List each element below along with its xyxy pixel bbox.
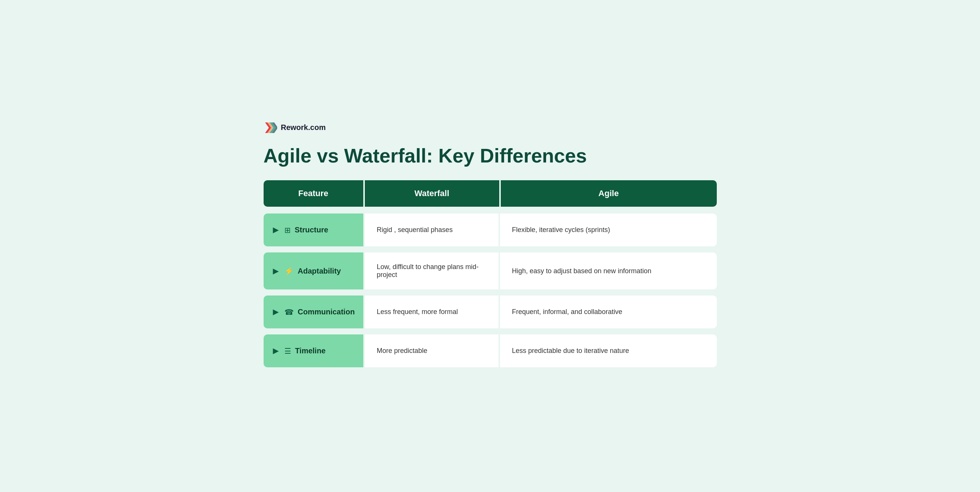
header-feature: Feature bbox=[264, 180, 363, 207]
feature-icon: ⚡ bbox=[284, 267, 294, 275]
feature-label: Timeline bbox=[295, 347, 326, 355]
table-row: ► ☰ Timeline More predictableLess predic… bbox=[264, 334, 717, 367]
row-spacer bbox=[264, 328, 717, 334]
feature-icon: ☰ bbox=[284, 347, 291, 356]
waterfall-cell: More predictable bbox=[363, 334, 499, 367]
arrow-icon: ► bbox=[271, 306, 281, 318]
agile-cell: Frequent, informal, and collaborative bbox=[499, 296, 717, 328]
feature-cell-inner: ► ☰ Timeline bbox=[271, 345, 356, 357]
feature-icon: ☎ bbox=[284, 308, 294, 317]
table-row: ► ☎ Communication Less frequent, more fo… bbox=[264, 296, 717, 328]
feature-label: Communication bbox=[298, 308, 355, 316]
arrow-icon: ► bbox=[271, 345, 281, 357]
agile-cell: Less predictable due to iterative nature bbox=[499, 334, 717, 367]
waterfall-cell: Low, difficult to change plans mid-proje… bbox=[363, 252, 499, 289]
logo-area: Rework.com bbox=[264, 121, 717, 134]
arrow-icon: ► bbox=[271, 265, 281, 277]
header-spacer bbox=[264, 207, 717, 214]
row-spacer bbox=[264, 289, 717, 296]
feature-cell-inner: ► ⊞ Structure bbox=[271, 224, 356, 236]
waterfall-cell: Rigid , sequential phases bbox=[363, 214, 499, 246]
row-spacer bbox=[264, 246, 717, 252]
feature-cell-inner: ► ⚡ Adaptability bbox=[271, 265, 356, 277]
feature-icon: ⊞ bbox=[284, 225, 291, 235]
waterfall-cell: Less frequent, more formal bbox=[363, 296, 499, 328]
agile-cell: High, easy to adjust based on new inform… bbox=[499, 252, 717, 289]
logo-icon bbox=[264, 121, 277, 134]
feature-label: Structure bbox=[294, 225, 328, 234]
header-agile: Agile bbox=[499, 180, 717, 207]
header-waterfall: Waterfall bbox=[363, 180, 499, 207]
comparison-table: Feature Waterfall Agile ► ⊞ Structure Ri… bbox=[264, 180, 717, 367]
feature-cell-inner: ► ☎ Communication bbox=[271, 306, 356, 318]
main-card: Rework.com Agile vs Waterfall: Key Diffe… bbox=[245, 106, 736, 386]
table-row: ► ⊞ Structure Rigid , sequential phasesF… bbox=[264, 214, 717, 246]
arrow-icon: ► bbox=[271, 224, 281, 236]
logo-text: Rework.com bbox=[281, 123, 326, 132]
page-title: Agile vs Waterfall: Key Differences bbox=[264, 145, 717, 167]
table-row: ► ⚡ Adaptability Low, difficult to chang… bbox=[264, 252, 717, 289]
feature-label: Adaptability bbox=[298, 267, 340, 275]
agile-cell: Flexible, iterative cycles (sprints) bbox=[499, 214, 717, 246]
